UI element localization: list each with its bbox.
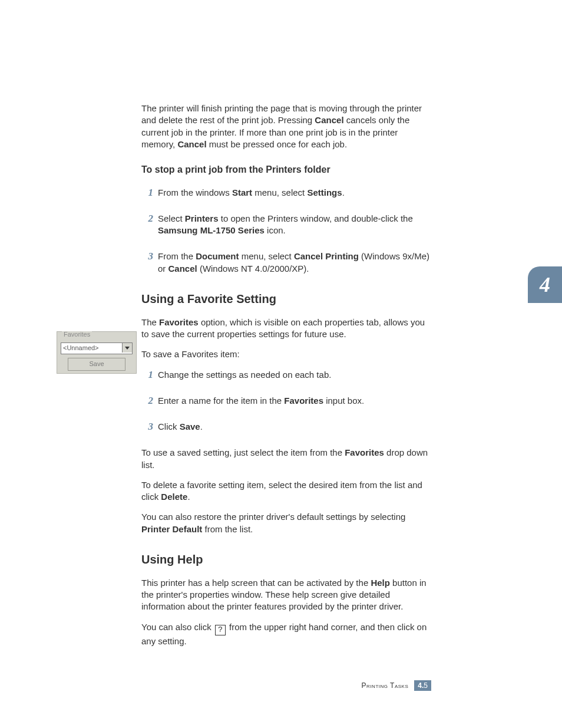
text-bold: Favorites	[159, 317, 199, 327]
list-item: 3 From the Document menu, select Cancel …	[141, 251, 430, 275]
text: This printer has a help screen that can …	[141, 578, 371, 588]
text: Enter a name for the item in the	[158, 396, 284, 406]
text: You can also click	[141, 622, 214, 632]
stop-steps-list: 1 From the windows Start menu, select Se…	[141, 187, 430, 275]
text-bold: Help	[371, 578, 390, 588]
page-number-badge: 4.5	[414, 680, 431, 691]
subheading-stop-print-job: To stop a print job from the Printers fo…	[141, 163, 430, 176]
favorites-intro: The Favorites option, which is visible o…	[141, 317, 430, 341]
heading-using-help: Using Help	[141, 552, 430, 568]
text-bold: Favorites	[284, 396, 323, 406]
text: menu, select	[239, 251, 294, 261]
text-bold: Cancel	[315, 115, 343, 125]
help-paragraph-1: This printer has a help screen that can …	[141, 577, 430, 613]
favorites-delete: To delete a favorite setting item, selec…	[141, 479, 430, 503]
text: To use a saved setting, just select the …	[141, 447, 345, 457]
list-item: 2 Enter a name for the item in the Favor…	[141, 395, 430, 407]
text: menu, select	[252, 187, 307, 197]
text: icon.	[265, 225, 286, 235]
favorites-to-save: To save a Favorites item:	[141, 348, 430, 360]
step-number: 3	[141, 250, 153, 263]
chapter-tab: 4	[528, 266, 562, 303]
list-item: 3 Click Save.	[141, 421, 430, 433]
text-bold: Save	[180, 421, 200, 431]
footer-page: 5	[424, 681, 428, 690]
text: to open the Printers window, and double-…	[219, 213, 413, 223]
text: Change the settings as needed on each ta…	[158, 370, 331, 380]
list-item: 1 From the windows Start menu, select Se…	[141, 187, 430, 199]
list-item: 2 Select Printers to open the Printers w…	[141, 213, 430, 237]
text-bold: Printer Default	[141, 524, 202, 534]
heading-using-favorite: Using a Favorite Setting	[141, 291, 430, 307]
favorites-use: To use a saved setting, just select the …	[141, 447, 430, 471]
text: From the windows	[158, 187, 232, 197]
chapter-number: 4	[540, 274, 550, 295]
text-bold: Cancel	[177, 139, 206, 149]
favorites-steps-list: 1 Change the settings as needed on each …	[141, 369, 430, 433]
text: .	[187, 492, 190, 502]
text: .	[342, 187, 345, 197]
text: (Windows NT 4.0/2000/XP).	[197, 263, 309, 274]
step-number: 2	[141, 394, 153, 408]
step-number: 3	[141, 420, 153, 434]
step-number: 2	[141, 212, 153, 226]
document-page: 4 Favorites <Unnamed> Save The printer w…	[0, 0, 562, 728]
text: Select	[158, 213, 185, 223]
main-content: The printer will finish printing the pag…	[141, 103, 430, 655]
step-number: 1	[141, 368, 153, 382]
intro-paragraph: The printer will finish printing the pag…	[141, 103, 430, 150]
text: Click	[158, 421, 180, 431]
footer-title: Printing Tasks	[362, 681, 409, 690]
text: From the	[158, 251, 196, 261]
page-footer: Printing Tasks 4.5	[362, 680, 431, 691]
favorites-dropdown-value: <Unnamed>	[61, 344, 99, 351]
favorites-save-label: Save	[89, 360, 104, 367]
text-bold: Start	[232, 187, 252, 197]
chevron-down-icon[interactable]	[122, 343, 132, 353]
text: from the list.	[202, 524, 253, 534]
text: input box.	[323, 396, 364, 406]
svg-marker-0	[125, 347, 130, 350]
text-bold: Cancel Printing	[294, 251, 359, 261]
help-paragraph-2: You can also click ? from the upper righ…	[141, 621, 430, 647]
favorites-save-button[interactable]: Save	[68, 358, 125, 371]
list-item: 1 Change the settings as needed on each …	[141, 369, 430, 381]
text: The	[141, 317, 159, 327]
text-bold: Favorites	[345, 447, 384, 457]
favorites-groupbox: Favorites <Unnamed> Save	[57, 331, 137, 374]
text-bold: Samsung ML-1750 Series	[158, 225, 265, 235]
text-bold: Delete	[161, 492, 187, 502]
favorites-restore: You can also restore the printer driver'…	[141, 511, 430, 535]
text-bold: Document	[196, 251, 239, 261]
footer-chapter: 4.	[418, 681, 424, 690]
question-mark-icon: ?	[215, 625, 226, 635]
text-bold: Settings	[307, 187, 342, 197]
favorites-dropdown[interactable]: <Unnamed>	[61, 342, 133, 354]
favorites-group-label: Favorites	[62, 331, 92, 338]
text: You can also restore the printer driver'…	[141, 512, 405, 522]
text-bold: Printers	[185, 213, 219, 223]
step-number: 1	[141, 186, 153, 200]
text: must be pressed once for each job.	[207, 139, 347, 149]
text: .	[200, 421, 203, 431]
text-bold: Cancel	[168, 263, 197, 274]
